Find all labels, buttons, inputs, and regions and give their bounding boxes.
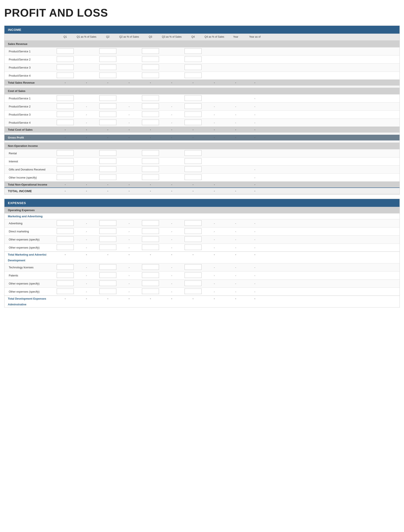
direct-q4-input[interactable] (184, 228, 202, 234)
cos-p4-q1-input[interactable] (57, 120, 74, 125)
p4-q1-input[interactable] (57, 73, 74, 78)
p2-q2-input[interactable] (99, 56, 116, 62)
other-exp2-q3-input[interactable] (142, 245, 159, 250)
col-q3-header: Q3 (141, 34, 160, 40)
dev-other1-q2-input[interactable] (99, 280, 116, 286)
other-income-q2-input[interactable] (99, 175, 116, 180)
cos-p3-q1-input[interactable] (57, 112, 74, 117)
p2-q3-input[interactable] (142, 56, 159, 62)
cos-p4-q4-input[interactable] (184, 120, 202, 125)
other-income-q4-input[interactable] (184, 175, 202, 180)
total-non-op-income-row: Total Non-Operational Income - - - - - -… (5, 182, 399, 188)
cos-p1-q2-input[interactable] (99, 95, 116, 101)
adv-q2-input[interactable] (99, 220, 116, 226)
p1-q2pct-cell (117, 51, 141, 52)
table-row: Rental (5, 149, 399, 157)
dev-other2-q3-input[interactable] (142, 289, 159, 294)
table-row: Product/Service 1 (5, 47, 399, 55)
other-exp1-q3-input[interactable] (142, 236, 159, 242)
tech-q1-input[interactable] (57, 264, 74, 270)
rental-q1-input[interactable] (57, 150, 74, 156)
interest-q2-input[interactable] (99, 158, 116, 164)
other-income-q1-input[interactable] (57, 175, 74, 180)
other-exp2-q4-input[interactable] (184, 245, 202, 250)
gifts-q3-input[interactable] (142, 166, 159, 172)
other-exp1-q2-input[interactable] (99, 236, 116, 242)
expenses-section: EXPENSES Operating Expenses Marketing an… (4, 199, 400, 308)
cos-p3-q3-input[interactable] (142, 112, 159, 117)
adv-q3-input[interactable] (142, 220, 159, 226)
dev-other1-q3-input[interactable] (142, 280, 159, 286)
income-section: INCOME Q1 Q1 as % of Sales Q2 Q2 as % of… (4, 25, 400, 195)
cos-p4-q3-input[interactable] (142, 120, 159, 125)
interest-q1-input[interactable] (57, 158, 74, 164)
other-exp2-q2-input[interactable] (99, 245, 116, 250)
p2-q1-input[interactable] (57, 56, 74, 62)
cos-p3-q2-input[interactable] (99, 112, 116, 117)
total-marketing-label: Total Marketing and Advertisi (5, 252, 56, 258)
cos-p3-q4-input[interactable] (184, 112, 202, 117)
interest-q4-input[interactable] (184, 158, 202, 164)
cos-p2-q1-input[interactable] (57, 103, 74, 109)
direct-q1-input[interactable] (57, 228, 74, 234)
patents-q4-input[interactable] (184, 272, 202, 278)
cos-p1-q3-input[interactable] (142, 95, 159, 101)
cost-of-sales-header: Cost of Sales (5, 88, 399, 94)
dev-other2-q1-input[interactable] (57, 289, 74, 294)
gross-profit-label: Gross Profit (5, 135, 56, 140)
p3-q2-input[interactable] (99, 64, 116, 70)
col-q4-header: Q4 (183, 34, 203, 40)
cos-p1-q4-input[interactable] (184, 95, 202, 101)
product-service-1-label: Product/Service 1 (5, 49, 56, 54)
patents-q2-input[interactable] (99, 272, 116, 278)
total-cost-of-sales-row: Total Cost of Sales - - - - - - - - - - (5, 127, 399, 133)
tech-q2-input[interactable] (99, 264, 116, 270)
p1-q2-input[interactable] (99, 48, 116, 54)
tech-q3-input[interactable] (142, 264, 159, 270)
p2-q4-input[interactable] (184, 56, 202, 62)
dev-other1-q4-input[interactable] (184, 280, 202, 286)
p4-q4-input[interactable] (184, 73, 202, 78)
tech-q4-input[interactable] (184, 264, 202, 270)
direct-q3-input[interactable] (142, 228, 159, 234)
patents-q1-input[interactable] (57, 272, 74, 278)
p1-q4-input[interactable] (184, 48, 202, 54)
p3-q3-input[interactable] (142, 64, 159, 70)
dev-other2-q4-input[interactable] (184, 289, 202, 294)
table-row: Product/Service 4 - - - - - - (5, 119, 399, 127)
patents-q3-input[interactable] (142, 272, 159, 278)
table-row: Direct marketing - - - - - - (5, 227, 399, 235)
rental-q2-input[interactable] (99, 150, 116, 156)
cos-p2-q2-input[interactable] (99, 103, 116, 109)
gifts-q2-input[interactable] (99, 166, 116, 172)
other-income-q3-input[interactable] (142, 175, 159, 180)
cos-p1-q1-input[interactable] (57, 95, 74, 101)
p4-q2-input[interactable] (99, 73, 116, 78)
other-exp1-q4-input[interactable] (184, 236, 202, 242)
p1-q1-cell (56, 47, 75, 55)
dev-other1-q1-input[interactable] (57, 280, 74, 286)
product-service-2-label: Product/Service 2 (5, 57, 56, 62)
development-label: Development (5, 258, 399, 263)
gifts-q4-input[interactable] (184, 166, 202, 172)
p1-q3-cell (141, 47, 160, 55)
other-exp2-q1-input[interactable] (57, 245, 74, 250)
cos-p4-q2-input[interactable] (99, 120, 116, 125)
rental-q3-input[interactable] (142, 150, 159, 156)
direct-q2-input[interactable] (99, 228, 116, 234)
p1-q3-input[interactable] (142, 48, 159, 54)
rental-q4-input[interactable] (184, 150, 202, 156)
p3-q4-input[interactable] (184, 64, 202, 70)
p3-q1-input[interactable] (57, 64, 74, 70)
adv-q1-input[interactable] (57, 220, 74, 226)
cos-p2-q3-input[interactable] (142, 103, 159, 109)
operating-expenses-header: Operating Expenses (5, 207, 399, 213)
adv-q4-input[interactable] (184, 220, 202, 226)
gifts-q1-input[interactable] (57, 166, 74, 172)
dev-other2-q2-input[interactable] (99, 289, 116, 294)
cos-p2-q4-input[interactable] (184, 103, 202, 109)
interest-q3-input[interactable] (142, 158, 159, 164)
p4-q3-input[interactable] (142, 73, 159, 78)
other-exp1-q1-input[interactable] (57, 236, 74, 242)
p1-q1-input[interactable] (57, 48, 74, 54)
